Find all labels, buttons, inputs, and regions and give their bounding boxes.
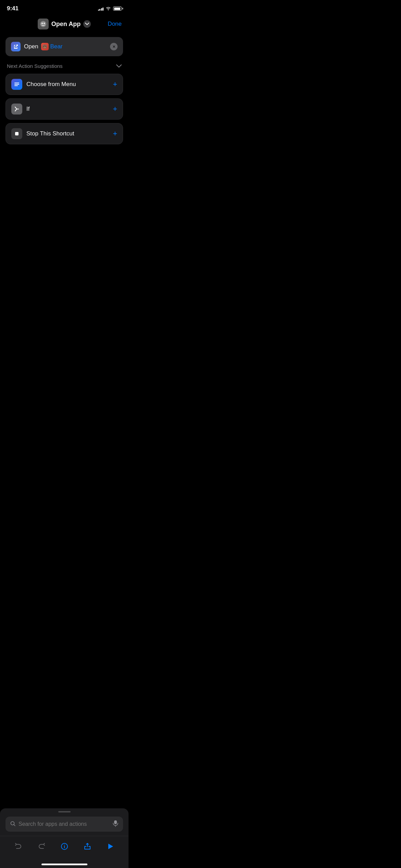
app-icon [38,19,49,29]
nav-chevron-button[interactable] [83,20,91,28]
svg-rect-3 [14,83,19,83]
suggestions-header: Next Action Suggestions [0,62,129,74]
open-label: Open [24,43,38,50]
svg-point-0 [40,21,46,27]
bear-app-icon: 🐻 [41,43,49,50]
nav-bar: Open App Done [0,15,129,34]
suggestions-title: Next Action Suggestions [7,63,63,69]
suggestion-stop-shortcut[interactable]: Stop This Shortcut + [5,123,123,144]
done-button[interactable]: Done [108,21,122,27]
suggestions-collapse-icon[interactable] [116,63,122,69]
stop-shortcut-label: Stop This Shortcut [26,130,109,137]
if-label: If [26,106,109,112]
nav-title-group: Open App [38,19,91,29]
suggestion-if[interactable]: If + [5,98,123,120]
status-bar: 9:41 [0,0,129,15]
status-icons [98,5,122,12]
open-app-icon [11,42,21,51]
if-add-button[interactable]: + [113,105,117,113]
app-chip[interactable]: 🐻 Bear [41,43,63,50]
svg-rect-4 [14,84,19,85]
action-close-button[interactable]: ✕ [110,43,118,50]
svg-rect-5 [14,85,18,86]
signal-icon [98,7,104,11]
action-text: Open 🐻 Bear [24,43,107,50]
wifi-icon [106,5,111,12]
bear-label: Bear [50,43,63,50]
suggestion-choose-from-menu[interactable]: Choose from Menu + [5,74,123,95]
status-time: 9:41 [7,5,19,12]
nav-title: Open App [51,21,81,28]
battery-icon [113,7,122,11]
choose-from-menu-icon [11,79,22,90]
stop-shortcut-icon [11,128,22,139]
choose-from-menu-label: Choose from Menu [26,81,109,88]
stop-shortcut-add-button[interactable]: + [113,130,117,137]
svg-point-2 [44,23,45,24]
action-block: Open 🐻 Bear ✕ [5,37,123,56]
choose-from-menu-add-button[interactable]: + [113,81,117,88]
svg-point-1 [41,23,43,24]
if-icon [11,104,22,114]
svg-rect-6 [15,132,19,135]
